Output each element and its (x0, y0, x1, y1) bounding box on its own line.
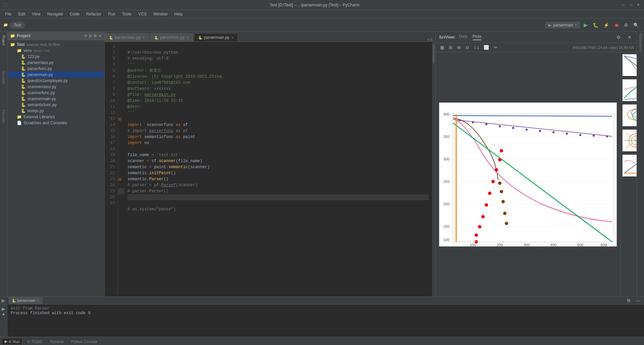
tree-item-123-py[interactable]: 🐍123.py (7, 54, 104, 60)
run-tab-run[interactable]: 🐍 parsermain ✕ (9, 297, 43, 304)
tree-item-scannerfunc-py[interactable]: 🐍scannerfunc.py (7, 90, 104, 96)
code-editor[interactable]: #!/usr/bin/env python # encoding: utf-8 … (124, 42, 432, 296)
tab-parserclass-close[interactable]: ✕ (142, 36, 145, 40)
run-tab-close[interactable]: ✕ (37, 299, 40, 302)
settings-gear-icon[interactable]: ⚙ (94, 34, 97, 38)
close-panel-button[interactable]: ✕ (99, 34, 102, 38)
menu-edit[interactable]: Edit (15, 10, 29, 18)
tab-parserfunc[interactable]: 🐍 parserfunc.py ✕ (150, 33, 193, 42)
menu-file[interactable]: File (2, 10, 15, 18)
tree-label: External Libraries (23, 115, 55, 119)
tree-label: Test (17, 42, 25, 47)
tree-label: 123.py (28, 54, 40, 59)
menu-vcs[interactable]: VCS (135, 10, 150, 18)
zoom-out-button[interactable]: ⊖ (464, 44, 471, 51)
tree-item-semanticfunc-py[interactable]: 🐍semanticfunc.py (7, 102, 104, 108)
fit-button[interactable]: ⬜ (482, 44, 491, 51)
tree-item-testqu-py[interactable]: 🐍testqu.py (7, 108, 104, 114)
thumbnail-3[interactable]: ✕ (622, 104, 637, 128)
right-sidebar-notifications[interactable]: Notifications (639, 33, 642, 52)
run-panel-minimize-button[interactable]: — (634, 297, 642, 304)
search-button[interactable]: 🔍 (632, 21, 641, 29)
tree-label: semanticfunc.py (28, 102, 57, 107)
run-button[interactable]: ▶ (582, 21, 589, 29)
run-again-button[interactable]: ▶ (2, 306, 5, 312)
menu-window[interactable]: Window (150, 10, 171, 18)
tree-label: Scratches and Consoles (23, 121, 67, 125)
menu-help[interactable]: Help (171, 10, 186, 18)
tab-terminal[interactable]: Terminal (47, 338, 67, 345)
stop-button[interactable]: ⏹ (612, 21, 621, 29)
main-layout: Project Structure Favorites 📁 Project ⟳ … (0, 32, 644, 296)
tree-item-parserfunc-py[interactable]: 🐍parserfunc.py (7, 66, 104, 72)
tree-icon: 📁 (10, 42, 15, 47)
menu-navigate[interactable]: Navigate (44, 10, 66, 18)
tab-python-console[interactable]: Python Console (68, 338, 101, 345)
menu-tools[interactable]: Tools (119, 10, 135, 18)
maximize-button[interactable]: □ (629, 3, 633, 7)
tab-todo[interactable]: 6: TODO (24, 338, 45, 345)
tree-label: question1employee.py (28, 78, 68, 83)
svg-point-45 (500, 149, 503, 152)
grid-icon[interactable]: ▦ (438, 44, 446, 51)
tree-item-External Libraries[interactable]: 📁External Libraries (7, 114, 104, 120)
svg-point-30 (566, 133, 568, 135)
line-numbers: 1234567891011121314151617181920212223242… (105, 42, 118, 296)
project-sidebar-icon[interactable]: Project (1, 33, 6, 47)
tree-icon: 🐍 (21, 78, 26, 83)
menu-code[interactable]: Code (66, 10, 83, 18)
tree-item-Test[interactable]: 📁Test sources root, D:\Test (7, 42, 104, 48)
menu-view[interactable]: View (29, 10, 44, 18)
thumbnail-2[interactable]: ✕ (622, 79, 637, 102)
run-number-icon: ▶ (5, 339, 7, 344)
zoom-1-1-button[interactable]: 1:1 (472, 45, 481, 51)
tree-icon: 🐍 (21, 96, 26, 101)
sciview-settings-button[interactable]: ⚙ (615, 33, 623, 41)
run-config-selector[interactable]: ▶ parsermain ▾ (545, 22, 580, 28)
structure-sidebar-icon[interactable]: Structure (1, 69, 6, 86)
thumbnail-5[interactable]: ✕ (622, 154, 637, 178)
tree-item-Scratches and Consoles[interactable]: 📄Scratches and Consoles (7, 120, 104, 126)
run-panel-settings-button[interactable]: ⚙ (625, 297, 633, 304)
scroll-up-button[interactable]: ▲ (2, 312, 6, 316)
thumbnail-4[interactable]: ✕ (622, 129, 637, 153)
tree-item-scannermain-py[interactable]: 🐍scannermain.py (7, 96, 104, 102)
tab-parsermain-close[interactable]: ✕ (231, 36, 234, 40)
menu-refactor[interactable]: Refactor (83, 10, 105, 18)
sciview-tab-data[interactable]: Data (459, 34, 467, 40)
close-button[interactable]: ✕ (636, 3, 641, 7)
project-tab[interactable]: Test (10, 22, 25, 28)
favorites-sidebar-icon[interactable]: Favorites (1, 108, 6, 125)
right-sidebar: Notifications (637, 32, 644, 296)
menu-run[interactable]: Run (105, 10, 119, 18)
tree-item-scannerclass-py[interactable]: 🐍scannerclass.py (7, 84, 104, 90)
zoom-in-button[interactable]: ⊕ (455, 44, 463, 51)
tree-item-venv[interactable]: 📁venv library root (7, 48, 104, 54)
svg-line-52 (624, 56, 637, 74)
collapse-all-button[interactable]: ⊟ (89, 34, 92, 38)
minimize-button[interactable]: — (621, 3, 626, 7)
sciview-tab-plots[interactable]: Plots (473, 34, 482, 40)
eyedropper-button[interactable]: ✏ (492, 44, 499, 51)
editor-tabs: 🐍 parserclass.py ✕ 🐍 parserfunc.py ✕ 🐍 p… (105, 32, 435, 42)
tab-parserclass[interactable]: 🐍 parserclass.py ✕ (105, 33, 149, 42)
tree-item-question1employee-py[interactable]: 🐍question1employee.py (7, 78, 104, 84)
tab-run-label: 4: Run (9, 340, 19, 344)
tab-parserfunc-close[interactable]: ✕ (186, 36, 189, 40)
tree-item-parserclass-py[interactable]: 🐍parserclass.py (7, 60, 104, 66)
sync-button[interactable]: ⟳ (84, 34, 87, 38)
tab-parsermain[interactable]: 🐍 parsermain.py ✕ (194, 33, 238, 42)
svg-point-23 (472, 121, 474, 123)
tree-item-parsermain-py[interactable]: 🐍parsermain.py (7, 72, 104, 78)
editor-scrollbar[interactable] (432, 42, 435, 296)
thumbnail-1[interactable]: ✕ (622, 54, 637, 77)
table-icon[interactable]: ⊞ (447, 44, 454, 51)
sciview-panel: SciView: Data Plots ⚙ ✕ ▦ ⊞ ⊕ ⊖ 1:1 ⬜ ✏ … (435, 32, 637, 296)
toolbar: 📁 Test ▶ parsermain ▾ ▶ 🐛 ⚡ ⏹ ⚙ 🔍 (0, 18, 644, 32)
tab-run[interactable]: ▶ 4: Run (2, 338, 22, 345)
sciview-main: 400 350 300 250 200 150 100 100 200 300 … (436, 52, 637, 296)
debug-button[interactable]: 🐛 (591, 21, 600, 29)
settings-button[interactable]: ⚙ (622, 21, 630, 29)
sciview-close-button[interactable]: ✕ (626, 33, 633, 41)
run-with-coverage-button[interactable]: ⚡ (602, 21, 611, 29)
